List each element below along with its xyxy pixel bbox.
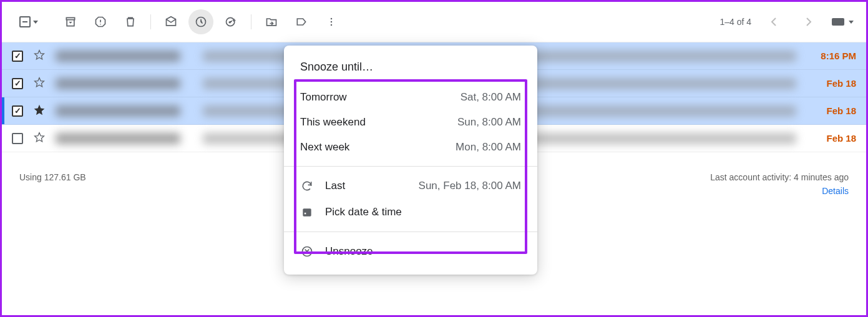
redo-icon [300,179,314,193]
star-outline-icon [33,76,46,89]
input-tools-button[interactable] [831,17,854,26]
prev-page-button[interactable] [761,9,786,34]
archive-button[interactable] [58,9,83,34]
caret-down-icon [849,21,854,24]
sender-blurred [56,105,180,117]
more-vert-icon [325,16,338,28]
snooze-last-item[interactable]: Last Sun, Feb 18, 8:00 AM [284,173,537,199]
row-checkbox[interactable] [12,78,23,89]
snooze-button[interactable] [188,9,213,34]
svg-rect-5 [832,18,844,26]
chevron-right-icon [806,17,812,26]
pagination: 1–4 of 4 [719,9,854,34]
cancel-icon [300,245,314,258]
chevron-left-icon [771,17,777,26]
select-indeterminate-icon [19,16,31,27]
star-outline-icon [33,49,46,61]
activity-text: Last account activity: 4 minutes ago [710,172,849,182]
snooze-option-label: This weekend [300,116,366,129]
keyboard-icon [831,17,845,26]
trash-icon [124,16,137,28]
svg-point-2 [331,18,333,20]
folder-move-icon [265,16,278,28]
snooze-option-when: Mon, 8:00 AM [456,141,521,154]
star-button[interactable] [33,76,46,91]
toolbar: 1–4 of 4 [2,2,866,42]
snooze-option-label: Next week [300,141,349,154]
svg-point-3 [331,21,333,23]
snooze-title: Snooze until… [284,56,537,85]
select-all-button[interactable] [14,12,43,31]
divider [251,14,251,29]
snooze-unsnooze-item[interactable]: Unsnooze [284,238,537,265]
snooze-option-when: Sat, 8:00 AM [461,91,521,104]
star-icon [33,104,46,116]
envelope-icon [165,16,177,28]
sender-blurred [56,133,180,144]
add-task-button[interactable] [218,9,243,34]
divider [284,232,537,232]
sender-blurred [56,78,180,89]
snooze-unsnooze-label: Unsnooze [325,245,373,258]
label-icon [295,16,308,28]
snooze-option-label: Tomorrow [300,91,347,104]
calendar-icon [300,205,314,219]
email-time: Feb 18 [806,78,856,89]
sender-blurred [56,51,180,62]
snooze-option-item[interactable]: TomorrowSat, 8:00 AM [284,85,537,110]
next-page-button[interactable] [796,9,821,34]
star-button[interactable] [33,104,46,119]
star-outline-icon [33,131,46,144]
star-button[interactable] [33,49,46,64]
snooze-last-label: Last [325,180,345,192]
email-time: Feb 18 [806,105,856,116]
divider [150,14,151,29]
email-time: Feb 18 [806,133,856,144]
archive-icon [64,16,77,28]
more-button[interactable] [319,9,344,34]
selection-accent [2,97,4,124]
caret-down-icon [33,21,38,24]
pagination-text: 1–4 of 4 [719,17,751,27]
snooze-pick-label: Pick date & time [325,206,402,218]
labels-button[interactable] [289,9,314,34]
storage-text: Using 127.61 GB [19,172,86,200]
clock-icon [195,16,207,28]
move-to-button[interactable] [259,9,284,34]
snooze-option-when: Sun, 8:00 AM [457,116,521,129]
row-checkbox[interactable] [12,51,23,62]
email-time: 8:16 PM [806,51,856,61]
snooze-option-item[interactable]: This weekendSun, 8:00 AM [284,110,537,135]
svg-rect-8 [305,213,306,215]
snooze-last-when: Sun, Feb 18, 8:00 AM [419,180,521,192]
svg-point-4 [331,24,333,26]
snooze-pick-item[interactable]: Pick date & time [284,199,537,225]
snooze-options: TomorrowSat, 8:00 AMThis weekendSun, 8:0… [284,85,537,160]
divider [284,166,537,167]
row-checkbox[interactable] [12,105,23,117]
details-link[interactable]: Details [710,186,849,196]
star-button[interactable] [33,131,46,146]
row-checkbox[interactable] [12,133,23,144]
snooze-menu: Snooze until… TomorrowSat, 8:00 AMThis w… [284,46,537,275]
snooze-option-item[interactable]: Next weekMon, 8:00 AM [284,135,537,160]
delete-button[interactable] [118,9,143,34]
spam-icon [94,16,107,28]
task-add-icon [225,16,237,28]
report-spam-button[interactable] [88,9,113,34]
mark-read-button[interactable] [158,9,183,34]
